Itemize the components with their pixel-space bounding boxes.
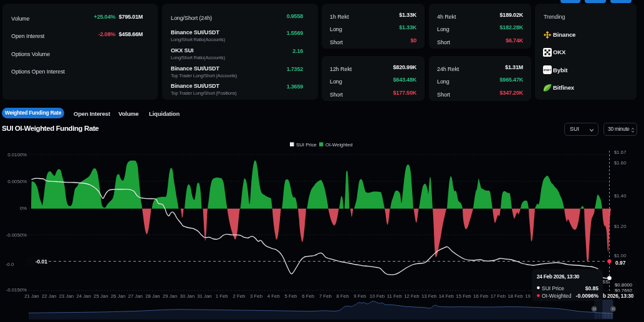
svg-text:-0.0050%: -0.0050% — [6, 232, 27, 238]
svg-text:2 Feb: 2 Feb — [233, 293, 246, 299]
svg-text:$0.85: $0.85 — [585, 285, 599, 291]
svg-text:OI-Weighted: OI-Weighted — [325, 142, 353, 148]
svg-text:25 Jan: 25 Jan — [94, 293, 108, 299]
svg-text:22 Jan: 22 Jan — [42, 293, 56, 299]
svg-text:0.97: 0.97 — [615, 260, 626, 266]
svg-text:-0.0150%: -0.0150% — [6, 287, 27, 293]
svg-text:14 Feb: 14 Feb — [439, 293, 454, 299]
svg-text:27 Jan: 27 Jan — [128, 293, 142, 299]
svg-text:24 Feb 2026, 13:30: 24 Feb 2026, 13:30 — [537, 273, 580, 280]
svg-text:23 Jan: 23 Jan — [59, 293, 74, 299]
svg-text:5 Feb: 5 Feb — [285, 293, 298, 299]
svg-text:$1.67: $1.67 — [614, 149, 627, 155]
svg-text:-0.01: -0.01 — [36, 258, 48, 265]
svg-text:-0.0: -0.0 — [6, 262, 14, 267]
svg-text:26 Jan: 26 Jan — [111, 293, 125, 299]
svg-text:$1.60: $1.60 — [614, 160, 627, 166]
svg-text:BYB!T: BYB!T — [544, 69, 551, 72]
svg-text:OI-Weighted: OI-Weighted — [542, 293, 572, 299]
svg-text:30 Jan: 30 Jan — [180, 293, 195, 299]
svg-text:-0.0096%: -0.0096% — [576, 293, 599, 299]
svg-text:12 Feb: 12 Feb — [404, 293, 420, 299]
svg-text:8 Feb: 8 Feb — [337, 293, 350, 299]
svg-text:24 Jan: 24 Jan — [76, 293, 90, 299]
svg-text:1 Feb: 1 Feb — [216, 293, 229, 299]
svg-text:SUI Price: SUI Price — [542, 285, 564, 291]
svg-text:31 Jan: 31 Jan — [197, 293, 211, 299]
svg-text:SS: SS — [602, 279, 608, 285]
svg-text:0%: 0% — [20, 206, 27, 211]
svg-text:29 Jan: 29 Jan — [163, 293, 177, 299]
svg-text:7 Feb: 7 Feb — [319, 293, 332, 299]
svg-text:9 Feb: 9 Feb — [353, 293, 367, 299]
svg-text:17 Feb: 17 Feb — [491, 293, 506, 299]
svg-text:0.0050%: 0.0050% — [7, 179, 27, 184]
svg-text:SUI Price: SUI Price — [296, 142, 317, 148]
svg-text:28 Jan: 28 Jan — [145, 293, 160, 299]
svg-text:13 Feb: 13 Feb — [421, 293, 437, 299]
svg-text:0.0100%: 0.0100% — [7, 152, 27, 158]
svg-text:16 Feb: 16 Feb — [473, 293, 489, 299]
svg-text:21 Jan: 21 Jan — [24, 293, 39, 299]
svg-text:$1.00: $1.00 — [614, 253, 627, 258]
svg-text:10 Feb: 10 Feb — [370, 293, 385, 299]
svg-text:b 2026, 13:30: b 2026, 13:30 — [603, 293, 634, 299]
svg-text:3 Feb: 3 Feb — [250, 293, 263, 299]
svg-text:4 Feb: 4 Feb — [267, 293, 281, 299]
svg-text:15 Feb: 15 Feb — [456, 293, 471, 299]
svg-text:11 Feb: 11 Feb — [387, 293, 402, 299]
svg-text:$1.40: $1.40 — [614, 193, 627, 199]
svg-text:6 Feb: 6 Feb — [302, 293, 315, 299]
svg-text:18 Feb: 18 Feb — [507, 293, 523, 299]
svg-text:$1.20: $1.20 — [614, 224, 627, 229]
